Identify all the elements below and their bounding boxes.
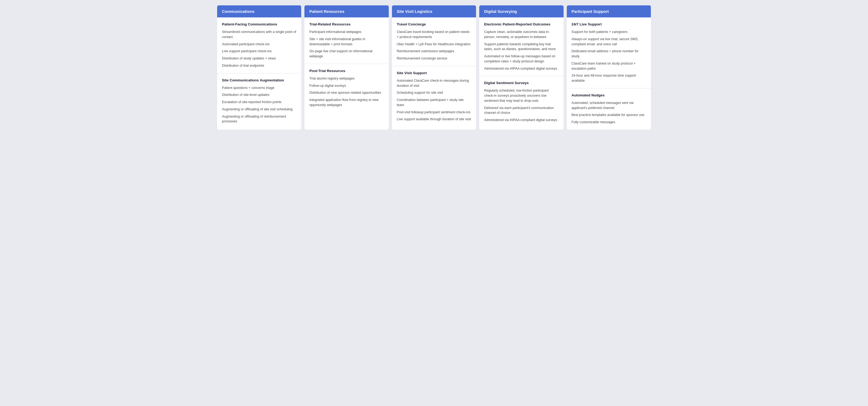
main-grid: CommunicationsPatient-Facing Communicati… — [217, 5, 651, 130]
list-item: Patient questions + concerns triage — [222, 86, 297, 91]
list-item: Site + site visit informational guides i… — [309, 37, 384, 47]
column-header-patient-resources: Patient Resources — [304, 5, 389, 18]
column-header-participant-support: Participant Support — [567, 5, 651, 18]
list-item: Always-on support via live chat, secure … — [571, 37, 646, 47]
list-item: Live support available through duration … — [397, 117, 471, 122]
column-header-digital-surveying: Digital Surveying — [479, 5, 563, 18]
list-item: Escalation of site-reported friction poi… — [222, 100, 297, 105]
section-title: Site Visit Support — [397, 71, 471, 75]
column-body-site-visit-logistics: Travel ConciergeClaraCare travel booking… — [392, 18, 476, 130]
column-patient-resources: Patient ResourcesTrial-Related Resources… — [304, 5, 389, 130]
list-item: Trial alumni registry webpages — [309, 76, 384, 81]
section-title: Electronic Patient-Reported Outcomes — [484, 22, 558, 26]
list-item: Streamlined communications with a single… — [222, 29, 297, 40]
section-travel-concierge: Travel ConciergeClaraCare travel booking… — [392, 18, 476, 66]
column-body-communications: Patient-Facing CommunicationsStreamlined… — [217, 18, 301, 130]
list-item: Distribution of study updates + news — [222, 56, 297, 61]
list-item: Distribution of trial endpoints — [222, 63, 297, 68]
list-item: Automated, scheduled messages sent via a… — [571, 100, 646, 111]
section-title: Digital Sentiment Surveys — [484, 81, 558, 85]
column-digital-surveying: Digital SurveyingElectronic Patient-Repo… — [479, 5, 563, 130]
column-site-visit-logistics: Site Visit LogisticsTravel ConciergeClar… — [392, 5, 476, 130]
list-item: Automated participant check-ins — [222, 42, 297, 47]
section-trial-related-resources: Trial-Related ResourcesParticipant infor… — [304, 18, 389, 64]
list-item: Scheduling support for site visit — [397, 90, 471, 95]
list-item: Distribution of site-level updates — [222, 92, 297, 97]
section-title: Trial-Related Resources — [309, 22, 384, 26]
section-post-trial-resources: Post-Trial ResourcesTrial alumni registr… — [304, 64, 389, 113]
section-title: Patient-Facing Communications — [222, 22, 297, 26]
list-item: ClaraCare travel booking based on patien… — [397, 29, 471, 40]
list-item: Follow-up digital surveys — [309, 83, 384, 88]
section-247-live-support: 24/7 Live SupportSupport for both patien… — [567, 18, 651, 88]
column-body-participant-support: 24/7 Live SupportSupport for both patien… — [567, 18, 651, 130]
list-item: Delivered via each participant's communi… — [484, 105, 558, 116]
list-item: Administered via HIPAA-compliant digital… — [484, 118, 558, 123]
list-item: Augmenting or offloading of reimbursemen… — [222, 114, 297, 124]
list-item: Post-visit followup participant sentimen… — [397, 110, 471, 115]
list-item: Best practice templates available for sp… — [571, 113, 646, 118]
list-item: Distribution of new sponsor-related oppo… — [309, 90, 384, 95]
list-item: 24-hour and 48-hour response time suppor… — [571, 73, 646, 83]
column-body-digital-surveying: Electronic Patient-Reported OutcomesCapt… — [479, 18, 563, 130]
list-item: Automated or live follow-up messages bas… — [484, 54, 558, 64]
column-participant-support: Participant Support24/7 Live SupportSupp… — [567, 5, 651, 130]
list-item: Augmenting or offloading of site visit s… — [222, 107, 297, 112]
section-electronic-patient-reported-outcomes: Electronic Patient-Reported OutcomesCapt… — [479, 18, 563, 76]
list-item: Reimbursement submission webpages — [397, 49, 471, 54]
list-item: Integrated application flow from registr… — [309, 97, 384, 108]
column-communications: CommunicationsPatient-Facing Communicati… — [217, 5, 301, 130]
list-item: Uber Health + Lyft Pass for Healthcare i… — [397, 42, 471, 47]
list-item: Capture clean, actionable outcomes data … — [484, 29, 558, 40]
list-item: Coordination between participant + study… — [397, 97, 471, 108]
section-title: 24/7 Live Support — [571, 22, 646, 26]
section-digital-sentiment-surveys: Digital Sentiment SurveysRegularly sched… — [479, 76, 563, 127]
list-item: Reimbursement concierge service — [397, 56, 471, 61]
section-patient-facing-communications: Patient-Facing CommunicationsStreamlined… — [217, 18, 301, 73]
section-title: Site Communications Augmentation — [222, 78, 297, 82]
list-item: Dedicated email address + phone number f… — [571, 49, 646, 59]
list-item: Live support participant check-ins — [222, 49, 297, 54]
section-title: Travel Concierge — [397, 22, 471, 26]
column-header-site-visit-logistics: Site Visit Logistics — [392, 5, 476, 18]
column-body-patient-resources: Trial-Related ResourcesParticipant infor… — [304, 18, 389, 130]
list-item: ClaraCare team trained on study protocol… — [571, 61, 646, 71]
section-site-visit-support: Site Visit SupportAutomated ClaraCare ch… — [392, 66, 476, 127]
section-automated-nudges: Automated NudgesAutomated, scheduled mes… — [567, 88, 651, 130]
list-item: Automated ClaraCare check-in messages du… — [397, 78, 471, 88]
list-item: Regularly scheduled, low-friction partic… — [484, 88, 558, 103]
list-item: Fully customizable messages — [571, 120, 646, 125]
section-title: Automated Nudges — [571, 93, 646, 97]
section-site-communications-augmentation: Site Communications AugmentationPatient … — [217, 73, 301, 129]
list-item: Support for both patients + caregivers — [571, 29, 646, 35]
column-header-communications: Communications — [217, 5, 301, 18]
list-item: Support patients towards completing key … — [484, 42, 558, 52]
list-item: Administered via HIPAA-compliant digital… — [484, 66, 558, 71]
section-title: Post-Trial Resources — [309, 69, 384, 73]
list-item: On-page live chat support on information… — [309, 49, 384, 59]
list-item: Participant informational webpages — [309, 29, 384, 35]
